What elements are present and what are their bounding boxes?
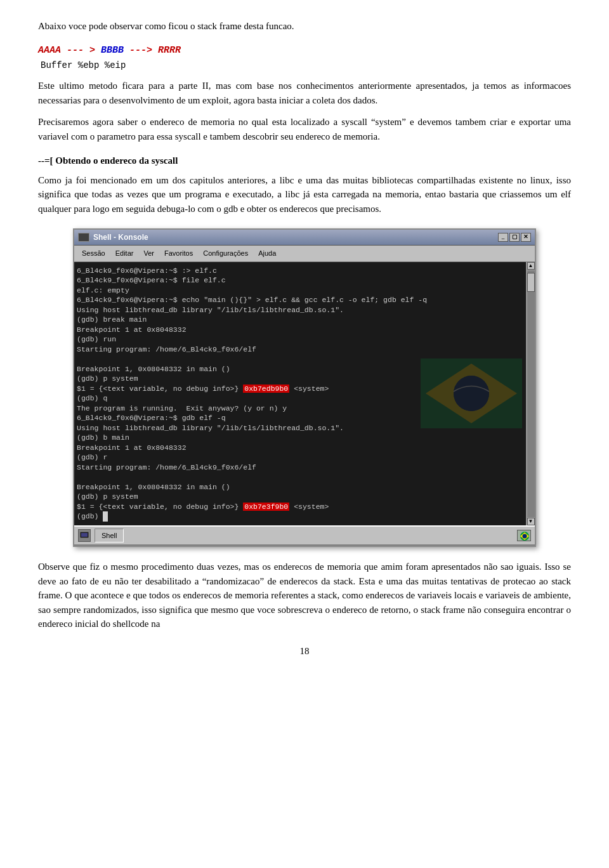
section-title: --=[ Obtendo o endereco da syscall <box>38 154 571 168</box>
terminal-wrapper: Shell - Konsole _ ▢ ✕ Sessão Editar Ver … <box>38 228 571 547</box>
menu-sessao[interactable]: Sessão <box>77 247 110 260</box>
terminal-line-17: Using host libthread_db library "/lib/tl… <box>77 424 344 432</box>
terminal-content: 6_Bl4ck9_f0x6@Vipera:~$ :> elf.c 6_Bl4ck… <box>77 266 532 522</box>
para3: Como ja foi mencionado em um dos capitul… <box>38 173 571 216</box>
address-highlight-1: 0xb7edb9b0 <box>243 385 289 393</box>
terminal-titlebar: Shell - Konsole _ ▢ ✕ <box>74 230 535 246</box>
terminal-menubar: Sessão Editar Ver Favoritos Configuraçõe… <box>74 246 535 262</box>
terminal-line-26: (gdb) <box>77 512 108 520</box>
minimize-button[interactable]: _ <box>498 233 508 242</box>
menu-editar[interactable]: Editar <box>110 247 139 260</box>
taskbar-left-icon <box>78 529 91 542</box>
terminal-line-7: Breakpoint 1 at 0x8048332 <box>77 326 187 334</box>
terminal-line-22 <box>77 473 81 481</box>
terminal-line-13: $1 = {<text variable, no debug info>} 0x… <box>77 385 329 393</box>
terminal-cursor <box>103 511 108 522</box>
page-number: 18 <box>38 644 571 659</box>
terminal-line-23: Breakpoint 1, 0x08048332 in main () <box>77 483 230 491</box>
scrollbar-thumb[interactable] <box>527 273 535 292</box>
terminal-taskbar: Shell <box>74 525 535 546</box>
terminal-line-10 <box>77 355 81 363</box>
maximize-button[interactable]: ▢ <box>509 233 520 242</box>
terminal-line-2: 6_Bl4ck9_f0x6@Vipera:~$ file elf.c <box>77 276 226 284</box>
intro-paragraph: Abaixo voce pode observar como ficou o s… <box>38 19 571 34</box>
terminal-line-12: (gdb) p system <box>77 374 138 383</box>
scrollbar-down-arrow[interactable]: ▼ <box>527 518 535 525</box>
stack-buffer-line: Buffer %ebp %eip <box>41 59 571 72</box>
stack-aaaa-line: AAAA --- > BBBB ---> RRRR <box>38 44 571 58</box>
scrollbar-up-arrow[interactable]: ▲ <box>527 262 535 270</box>
terminal-scrollbar[interactable]: ▲ ▼ <box>526 262 535 525</box>
address-highlight-2: 0xb7e3f9b0 <box>243 503 289 511</box>
menu-configuracoes[interactable]: Configurações <box>198 247 253 260</box>
terminal-line-20: (gdb) r <box>77 453 107 461</box>
bbbb-label: BBBB <box>101 45 124 56</box>
para2: Precisaremos agora saber o endereco de m… <box>38 115 571 143</box>
terminal-body: 6_Bl4ck9_f0x6@Vipera:~$ :> elf.c 6_Bl4ck… <box>74 262 535 525</box>
shell-taskbar-button[interactable]: Shell <box>95 529 124 543</box>
terminal-line-4: 6_Bl4ck9_f0x6@Vipera:~$ echo "main (){}"… <box>77 296 427 304</box>
terminal-line-9: Starting program: /home/6_Bl4ck9_f0x6/el… <box>77 345 256 353</box>
terminal-line-19: Breakpoint 1 at 0x8048332 <box>77 444 187 452</box>
terminal-line-5: Using host libthread_db library "/lib/tl… <box>77 306 344 314</box>
terminal-line-16: 6_Bl4ck9_f0x6@Vipera:~$ gdb elf -q <box>77 414 226 422</box>
terminal-line-25: $1 = {<text variable, no debug info>} 0x… <box>77 503 329 511</box>
terminal-line-8: (gdb) run <box>77 335 116 343</box>
terminal-line-6: (gdb) break main <box>77 315 147 324</box>
terminal-window-buttons[interactable]: _ ▢ ✕ <box>498 233 531 242</box>
close-button[interactable]: ✕ <box>521 233 531 242</box>
terminal-line-3: elf.c: empty <box>77 286 129 294</box>
rrrr-label: RRRR <box>158 45 181 56</box>
terminal-line-24: (gdb) p system <box>77 492 138 501</box>
menu-favoritos[interactable]: Favoritos <box>159 247 198 260</box>
terminal-line-1: 6_Bl4ck9_f0x6@Vipera:~$ :> elf.c <box>77 266 217 275</box>
menu-ajuda[interactable]: Ajuda <box>253 247 281 260</box>
scrollbar-track[interactable] <box>527 270 535 517</box>
terminal-window: Shell - Konsole _ ▢ ✕ Sessão Editar Ver … <box>73 228 536 547</box>
terminal-line-21: Starting program: /home/6_Bl4ck9_f0x6/el… <box>77 463 256 471</box>
terminal-line-15: The program is running. Exit anyway? (y … <box>77 404 287 412</box>
terminal-title: Shell - Konsole <box>93 232 494 243</box>
terminal-line-18: (gdb) b main <box>77 433 129 442</box>
aaaa-label: AAAA <box>38 45 61 56</box>
taskbar-icon-svg <box>79 531 89 540</box>
taskbar-right-icon-svg <box>518 530 532 542</box>
terminal-line-11: Breakpoint 1, 0x08048332 in main () <box>77 365 230 373</box>
svg-point-8 <box>523 534 527 539</box>
sep1: --- > <box>61 45 101 56</box>
taskbar-right-icon <box>517 530 531 541</box>
menu-ver[interactable]: Ver <box>138 247 159 260</box>
terminal-icon <box>78 233 89 242</box>
stack-diagram: AAAA --- > BBBB ---> RRRR Buffer %ebp %e… <box>38 44 571 73</box>
sep2: ---> <box>124 45 158 56</box>
para4: Observe que fiz o mesmo procedimento dua… <box>38 560 571 631</box>
svg-rect-5 <box>81 533 88 537</box>
para1: Este ultimo metodo ficara para a parte I… <box>38 79 571 107</box>
terminal-line-14: (gdb) q <box>77 394 107 402</box>
